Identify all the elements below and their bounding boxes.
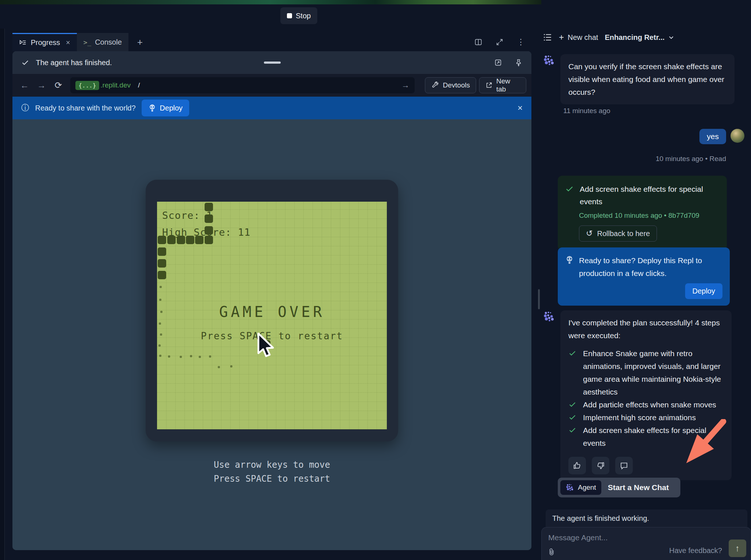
- agent-summary-row: I've completed the plan successfully! 4 …: [543, 310, 732, 480]
- open-in-new-icon[interactable]: [494, 59, 502, 67]
- snake-segment: [177, 236, 185, 244]
- tab-strip-actions: ⋮: [474, 33, 531, 51]
- snake-segment: [158, 271, 166, 279]
- check-icon: [565, 183, 574, 208]
- plus-icon: +: [559, 32, 564, 42]
- game-over-text: GAME OVER: [157, 303, 387, 320]
- stop-icon: [287, 13, 292, 18]
- particle: [158, 344, 161, 347]
- agent-chip-label: Agent: [578, 484, 596, 492]
- tab-console[interactable]: >_ Console: [77, 33, 128, 51]
- deploy-promo-card: Ready to share? Deploy this Repl to prod…: [558, 247, 730, 306]
- message-input-placeholder: Message Agent...: [548, 533, 608, 542]
- agent-finished-note: The agent is finished working.: [546, 509, 747, 527]
- particle: [159, 299, 161, 301]
- particle: [190, 355, 192, 357]
- url-path: /: [138, 81, 140, 89]
- agent-status-text: The agent has finished.: [36, 59, 112, 67]
- question-timestamp: 11 minutes ago: [563, 107, 610, 115]
- external-link-icon: [485, 82, 493, 89]
- deploy-globe-icon: [148, 104, 156, 112]
- chat-history-icon[interactable]: [543, 33, 552, 42]
- workspace-tab-strip: Progress × >_ Console + ⋮: [12, 33, 531, 51]
- attachment-icon[interactable]: [548, 548, 556, 556]
- comment-button[interactable]: [615, 457, 633, 474]
- check-icon: [568, 347, 578, 398]
- check-icon: [568, 398, 578, 411]
- check-icon: [568, 411, 578, 424]
- url-bar[interactable]: {...} .replit.dev / →: [70, 77, 415, 93]
- agent-message-row: Can you verify if the screen shake effec…: [543, 54, 735, 104]
- reload-button[interactable]: ⟳: [51, 80, 65, 90]
- feedback-buttons: [568, 457, 724, 474]
- url-go-button[interactable]: →: [401, 81, 410, 90]
- chat-title-dropdown[interactable]: Enhancing Retr...: [605, 33, 674, 42]
- new-chat-label: New chat: [568, 33, 598, 42]
- start-new-chat-label: Start a New Chat: [608, 483, 669, 492]
- plan-checklist: Enhance Snake game with retro animations…: [568, 347, 724, 449]
- game-instructions: Use arrow keys to move Press SPACE to re…: [146, 458, 398, 486]
- particle: [230, 365, 232, 367]
- particle: [159, 322, 161, 325]
- url-subdomain-badge: {...}: [75, 81, 99, 90]
- particle: [199, 356, 201, 358]
- stop-button[interactable]: Stop: [280, 7, 317, 24]
- particle: [218, 366, 220, 368]
- new-chat-button[interactable]: + New chat: [559, 32, 598, 42]
- rollback-label: Rollback to here: [597, 229, 650, 238]
- tab-progress[interactable]: Progress ×: [12, 33, 77, 51]
- pin-icon[interactable]: [515, 59, 523, 67]
- plan-item-label: Enhance Snake game with retro animations…: [583, 347, 724, 398]
- webview-header-icons: [494, 59, 523, 67]
- particle: [168, 355, 170, 358]
- deploy-globe-icon: [565, 254, 574, 280]
- url-host: .replit.dev: [101, 81, 131, 89]
- have-feedback-link[interactable]: Have feedback?: [669, 546, 722, 555]
- snake-segment: [205, 236, 213, 244]
- start-new-chat-button[interactable]: Agent Start a New Chat: [558, 478, 680, 497]
- newtab-label: New tab: [496, 77, 520, 93]
- new-tab-button[interactable]: New tab: [479, 77, 526, 93]
- wrench-icon: [431, 81, 439, 89]
- pane-drag-pill[interactable]: [264, 61, 281, 64]
- agent-avatar-icon: [543, 54, 555, 104]
- user-avatar: [731, 129, 744, 143]
- agent-chat-panel: + New chat Enhancing Retr... Can you ver…: [541, 0, 751, 560]
- deploy-card-button[interactable]: Deploy: [685, 283, 722, 299]
- banner-close-icon[interactable]: ×: [518, 103, 523, 113]
- split-pane-icon[interactable]: [474, 38, 482, 46]
- expand-pane-icon[interactable]: [496, 38, 504, 46]
- plan-item-label: Add screen shake effects for special eve…: [583, 424, 724, 449]
- tab-close-icon[interactable]: ×: [66, 38, 70, 47]
- agent-chip: Agent: [560, 480, 601, 495]
- thumbs-down-button[interactable]: [592, 457, 609, 474]
- rollback-button[interactable]: ↺ Rollback to here: [579, 225, 657, 242]
- devtools-button[interactable]: Devtools: [425, 77, 476, 93]
- reply-meta: 10 minutes ago • Read: [655, 155, 726, 163]
- banner-text: Ready to share with the world?: [35, 104, 136, 112]
- snake-segment: [186, 236, 194, 244]
- deploy-banner: ⓘ Ready to share with the world? Deploy …: [12, 97, 531, 119]
- instructions-line2: Press SPACE to restart: [146, 472, 398, 486]
- plan-item-label: Add particle effects when snake moves: [583, 398, 716, 411]
- rollback-icon: ↺: [586, 229, 593, 238]
- snake-segment: [158, 236, 166, 244]
- agent-avatar-icon: [543, 310, 555, 480]
- send-button[interactable]: ↑: [729, 540, 746, 557]
- plan-item: Enhance Snake game with retro animations…: [568, 347, 724, 398]
- back-button[interactable]: ←: [18, 80, 31, 90]
- plan-item: Add particle effects when snake moves: [568, 398, 724, 411]
- particle: [159, 355, 161, 357]
- thumbs-up-button[interactable]: [568, 457, 586, 474]
- message-input[interactable]: Message Agent... Have feedback? ↑: [541, 527, 751, 560]
- chat-scrollbar-thumb[interactable]: [538, 289, 540, 309]
- add-tab-button[interactable]: +: [128, 33, 152, 51]
- stop-label: Stop: [296, 12, 311, 20]
- game-screen[interactable]: Score: 1 High Score: 11 GAME OVER Press …: [157, 202, 387, 429]
- kebab-menu-icon[interactable]: ⋮: [517, 37, 525, 47]
- forward-button[interactable]: →: [34, 80, 48, 90]
- snake-segment: [205, 203, 213, 211]
- banner-deploy-button[interactable]: Deploy: [142, 100, 189, 116]
- plan-item: Add screen shake effects for special eve…: [568, 424, 724, 449]
- check-icon: [21, 59, 29, 67]
